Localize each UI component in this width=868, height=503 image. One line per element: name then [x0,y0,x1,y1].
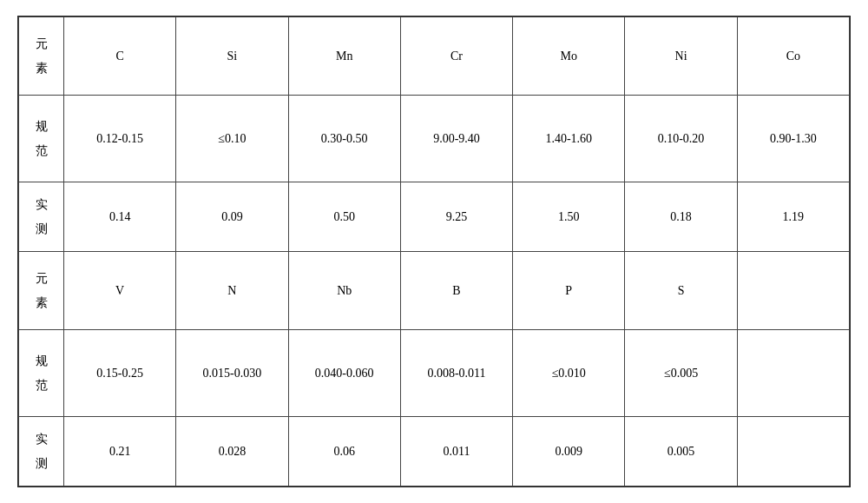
header-Si: Si [176,17,288,96]
s2-range-char-2: 范 [36,374,48,398]
measured-S: 0.005 [625,417,737,486]
header-Nb: Nb [288,252,400,330]
header-Ni: Ni [625,17,737,96]
measured-Ni: 0.18 [625,182,737,252]
section1-measured-row: 实 测 0.14 0.09 0.50 9.25 1.50 0.18 1.19 [19,182,850,252]
range-char-2: 范 [36,139,48,163]
header-P: P [513,252,625,330]
measured-char-1: 实 [36,193,48,217]
header-Co: Co [737,17,849,96]
data-table: 元 素 C Si Mn Cr Mo Ni Co 规 范 0.12-0.15 ≤0… [17,16,851,487]
section1-range-row: 规 范 0.12-0.15 ≤0.10 0.30-0.50 9.00-9.40 … [19,96,850,182]
range-Mo: 1.40-1.60 [513,96,625,182]
section1-range-label: 规 范 [19,96,64,182]
header-Mo: Mo [513,17,625,96]
label-char-1: 元 [36,32,48,56]
range-S: ≤0.005 [625,330,737,417]
range-empty [737,330,849,417]
measured-Cr: 9.25 [400,182,512,252]
section2-element-label: 元 素 [19,252,64,330]
section1-element-label: 元 素 [19,17,64,96]
s2-measured-char-2: 测 [36,452,48,476]
header-S: S [625,252,737,330]
s2-range-char-1: 规 [36,349,48,374]
measured-Mn: 0.50 [288,182,400,252]
measured-empty2 [737,417,849,486]
header-Cr: Cr [400,17,512,96]
header-C: C [64,17,176,96]
measured-Co: 1.19 [737,182,849,252]
measured-Si: 0.09 [176,182,288,252]
section2-measured-row: 实 测 0.21 0.028 0.06 0.011 0.009 0.005 [19,417,850,486]
section2-header-row: 元 素 V N Nb B P S [19,252,850,330]
measured-B: 0.011 [400,417,512,486]
range-V: 0.15-0.25 [64,330,176,417]
measured-P: 0.009 [513,417,625,486]
measured-V: 0.21 [64,417,176,486]
range-Nb: 0.040-0.060 [288,330,400,417]
range-C: 0.12-0.15 [64,96,176,182]
range-Mn: 0.30-0.50 [288,96,400,182]
range-Cr: 9.00-9.40 [400,96,512,182]
measured-Mo: 1.50 [513,182,625,252]
section2-range-label: 规 范 [19,330,64,417]
header-empty [737,252,849,330]
s2-label-char-2: 素 [36,291,48,315]
measured-C: 0.14 [64,182,176,252]
label-char-2: 素 [36,56,48,81]
s2-label-char-1: 元 [36,267,48,291]
header-N: N [176,252,288,330]
section2-measured-label: 实 测 [19,417,64,486]
header-Mn: Mn [288,17,400,96]
range-Co: 0.90-1.30 [737,96,849,182]
measured-N: 0.028 [176,417,288,486]
range-P: ≤0.010 [513,330,625,417]
section1-measured-label: 实 测 [19,182,64,252]
s2-measured-char-1: 实 [36,427,48,452]
range-Si: ≤0.10 [176,96,288,182]
range-N: 0.015-0.030 [176,330,288,417]
range-B: 0.008-0.011 [400,330,512,417]
measured-Nb: 0.06 [288,417,400,486]
section1-header-row: 元 素 C Si Mn Cr Mo Ni Co [19,17,850,96]
range-Ni: 0.10-0.20 [625,96,737,182]
header-B: B [400,252,512,330]
header-V: V [64,252,176,330]
section2-range-row: 规 范 0.15-0.25 0.015-0.030 0.040-0.060 0.… [19,330,850,417]
range-char-1: 规 [36,115,48,139]
measured-char-2: 测 [36,217,48,242]
